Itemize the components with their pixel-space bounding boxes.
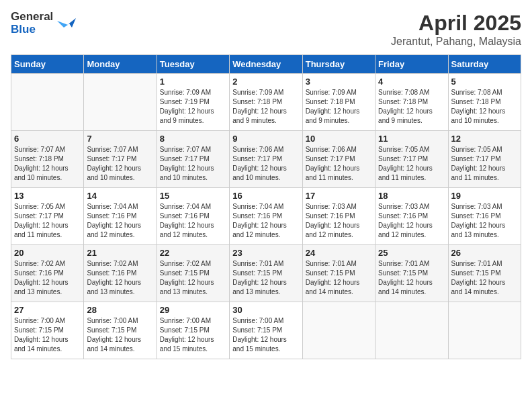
day-number: 29 [160, 305, 226, 315]
day-number: 7 [87, 134, 153, 144]
cell-info: Sunrise: 7:02 AM Sunset: 7:15 PM Dayligh… [160, 259, 226, 297]
cell-info: Sunrise: 7:02 AM Sunset: 7:16 PM Dayligh… [14, 259, 81, 297]
week-row-1: 1Sunrise: 7:09 AM Sunset: 7:19 PM Daylig… [11, 74, 521, 131]
logo-bird-icon [57, 14, 77, 33]
day-cell: 10Sunrise: 7:06 AM Sunset: 7:17 PM Dayli… [302, 131, 375, 188]
day-cell: 16Sunrise: 7:04 AM Sunset: 7:16 PM Dayli… [230, 188, 302, 245]
header-sunday: Sunday [11, 55, 84, 74]
day-number: 8 [160, 134, 226, 144]
day-number: 22 [160, 248, 226, 258]
cell-info: Sunrise: 7:09 AM Sunset: 7:18 PM Dayligh… [306, 88, 372, 126]
day-number: 1 [160, 77, 226, 87]
day-cell: 12Sunrise: 7:05 AM Sunset: 7:17 PM Dayli… [448, 131, 521, 188]
header-friday: Friday [375, 55, 448, 74]
cell-info: Sunrise: 7:00 AM Sunset: 7:15 PM Dayligh… [160, 316, 226, 354]
day-cell: 30Sunrise: 7:00 AM Sunset: 7:15 PM Dayli… [230, 302, 302, 359]
cell-info: Sunrise: 7:07 AM Sunset: 7:17 PM Dayligh… [87, 145, 153, 183]
cell-info: Sunrise: 7:00 AM Sunset: 7:15 PM Dayligh… [87, 316, 153, 354]
day-number: 30 [232, 305, 299, 315]
cell-info: Sunrise: 7:05 AM Sunset: 7:17 PM Dayligh… [14, 202, 81, 240]
cell-info: Sunrise: 7:01 AM Sunset: 7:15 PM Dayligh… [232, 259, 299, 297]
day-number: 27 [14, 305, 81, 315]
cell-info: Sunrise: 7:01 AM Sunset: 7:15 PM Dayligh… [451, 259, 518, 297]
day-number: 26 [451, 248, 518, 258]
day-cell [448, 302, 521, 359]
cell-info: Sunrise: 7:08 AM Sunset: 7:18 PM Dayligh… [378, 88, 445, 126]
cell-info: Sunrise: 7:03 AM Sunset: 7:16 PM Dayligh… [451, 202, 518, 240]
cell-info: Sunrise: 7:05 AM Sunset: 7:17 PM Dayligh… [451, 145, 518, 183]
header-monday: Monday [84, 55, 157, 74]
day-cell: 25Sunrise: 7:01 AM Sunset: 7:15 PM Dayli… [375, 245, 448, 302]
week-row-4: 20Sunrise: 7:02 AM Sunset: 7:16 PM Dayli… [11, 245, 521, 302]
day-cell: 7Sunrise: 7:07 AM Sunset: 7:17 PM Daylig… [84, 131, 157, 188]
day-cell [11, 74, 84, 131]
day-number: 25 [378, 248, 445, 258]
day-number: 12 [451, 134, 518, 144]
day-number: 6 [14, 134, 81, 144]
day-cell: 24Sunrise: 7:01 AM Sunset: 7:15 PM Dayli… [302, 245, 375, 302]
logo: General Blue [11, 11, 77, 36]
day-cell: 27Sunrise: 7:00 AM Sunset: 7:15 PM Dayli… [11, 302, 84, 359]
day-number: 3 [306, 77, 372, 87]
day-cell: 5Sunrise: 7:08 AM Sunset: 7:18 PM Daylig… [448, 74, 521, 131]
day-cell: 2Sunrise: 7:09 AM Sunset: 7:18 PM Daylig… [230, 74, 302, 131]
calendar-table: SundayMondayTuesdayWednesdayThursdayFrid… [11, 54, 521, 359]
day-number: 16 [232, 191, 299, 201]
day-number: 2 [232, 77, 299, 87]
day-cell: 14Sunrise: 7:04 AM Sunset: 7:16 PM Dayli… [84, 188, 157, 245]
logo-blue: Blue [11, 24, 53, 36]
week-row-5: 27Sunrise: 7:00 AM Sunset: 7:15 PM Dayli… [11, 302, 521, 359]
cell-info: Sunrise: 7:04 AM Sunset: 7:16 PM Dayligh… [87, 202, 153, 240]
week-row-3: 13Sunrise: 7:05 AM Sunset: 7:17 PM Dayli… [11, 188, 521, 245]
day-number: 19 [451, 191, 518, 201]
day-cell: 20Sunrise: 7:02 AM Sunset: 7:16 PM Dayli… [11, 245, 84, 302]
day-number: 15 [160, 191, 226, 201]
cell-info: Sunrise: 7:05 AM Sunset: 7:17 PM Dayligh… [378, 145, 445, 183]
cell-info: Sunrise: 7:00 AM Sunset: 7:15 PM Dayligh… [232, 316, 299, 354]
day-cell: 28Sunrise: 7:00 AM Sunset: 7:15 PM Dayli… [84, 302, 157, 359]
day-cell: 22Sunrise: 7:02 AM Sunset: 7:15 PM Dayli… [157, 245, 229, 302]
day-number: 23 [232, 248, 299, 258]
day-cell: 17Sunrise: 7:03 AM Sunset: 7:16 PM Dayli… [302, 188, 375, 245]
day-cell: 6Sunrise: 7:07 AM Sunset: 7:18 PM Daylig… [11, 131, 84, 188]
day-number: 9 [232, 134, 299, 144]
cell-info: Sunrise: 7:01 AM Sunset: 7:15 PM Dayligh… [378, 259, 445, 297]
cell-info: Sunrise: 7:03 AM Sunset: 7:16 PM Dayligh… [306, 202, 372, 240]
svg-marker-1 [57, 21, 68, 28]
cell-info: Sunrise: 7:07 AM Sunset: 7:17 PM Dayligh… [160, 145, 226, 183]
cell-info: Sunrise: 7:04 AM Sunset: 7:16 PM Dayligh… [232, 202, 299, 240]
day-number: 5 [451, 77, 518, 87]
title-area: April 2025 Jerantut, Pahang, Malaysia [391, 11, 521, 48]
day-number: 11 [378, 134, 445, 144]
day-cell [84, 74, 157, 131]
day-cell [302, 302, 375, 359]
logo-general: General [11, 11, 53, 24]
header-wednesday: Wednesday [230, 55, 302, 74]
cell-info: Sunrise: 7:09 AM Sunset: 7:19 PM Dayligh… [160, 88, 226, 126]
day-number: 20 [14, 248, 81, 258]
cell-info: Sunrise: 7:02 AM Sunset: 7:16 PM Dayligh… [87, 259, 153, 297]
day-cell: 26Sunrise: 7:01 AM Sunset: 7:15 PM Dayli… [448, 245, 521, 302]
day-cell: 19Sunrise: 7:03 AM Sunset: 7:16 PM Dayli… [448, 188, 521, 245]
day-number: 18 [378, 191, 445, 201]
cell-info: Sunrise: 7:08 AM Sunset: 7:18 PM Dayligh… [451, 88, 518, 126]
day-cell: 23Sunrise: 7:01 AM Sunset: 7:15 PM Dayli… [230, 245, 302, 302]
cell-info: Sunrise: 7:03 AM Sunset: 7:16 PM Dayligh… [378, 202, 445, 240]
cell-info: Sunrise: 7:09 AM Sunset: 7:18 PM Dayligh… [232, 88, 299, 126]
day-cell: 29Sunrise: 7:00 AM Sunset: 7:15 PM Dayli… [157, 302, 229, 359]
day-cell [375, 302, 448, 359]
day-number: 14 [87, 191, 153, 201]
day-number: 13 [14, 191, 81, 201]
month-title: April 2025 [391, 11, 521, 36]
day-cell: 11Sunrise: 7:05 AM Sunset: 7:17 PM Dayli… [375, 131, 448, 188]
header-tuesday: Tuesday [157, 55, 229, 74]
day-cell: 15Sunrise: 7:04 AM Sunset: 7:16 PM Dayli… [157, 188, 229, 245]
cell-info: Sunrise: 7:00 AM Sunset: 7:15 PM Dayligh… [14, 316, 81, 354]
day-cell: 4Sunrise: 7:08 AM Sunset: 7:18 PM Daylig… [375, 74, 448, 131]
day-cell: 9Sunrise: 7:06 AM Sunset: 7:17 PM Daylig… [230, 131, 302, 188]
week-row-2: 6Sunrise: 7:07 AM Sunset: 7:18 PM Daylig… [11, 131, 521, 188]
day-number: 28 [87, 305, 153, 315]
day-number: 24 [306, 248, 372, 258]
cell-info: Sunrise: 7:06 AM Sunset: 7:17 PM Dayligh… [232, 145, 299, 183]
cell-info: Sunrise: 7:07 AM Sunset: 7:18 PM Dayligh… [14, 145, 81, 183]
